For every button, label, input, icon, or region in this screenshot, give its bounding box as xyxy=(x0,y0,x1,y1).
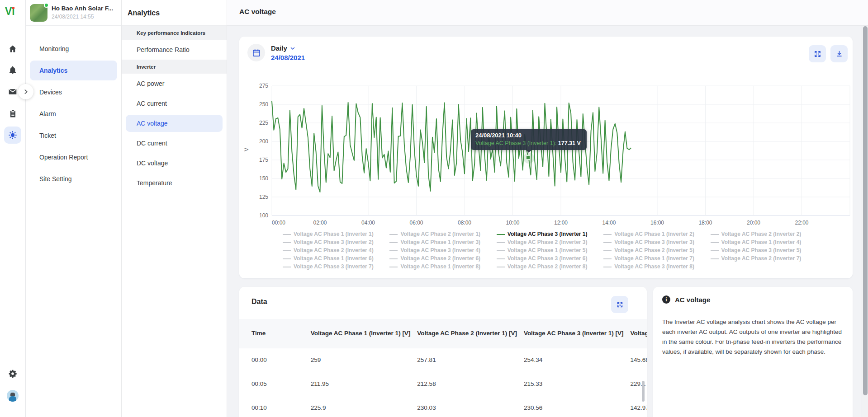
legend-label: Voltage AC Phase 3 (Inverter 1) xyxy=(508,231,588,238)
report-clipboard-icon[interactable] xyxy=(4,105,21,122)
legend-item-voltage-ac-phase-1-inverter-3[interactable]: Voltage AC Phase 1 (Inverter 3) xyxy=(389,239,495,246)
svg-text:100: 100 xyxy=(259,212,268,219)
legend-dash-icon xyxy=(283,242,291,243)
page-scrollbar[interactable] xyxy=(862,26,868,417)
legend-label: Voltage AC Phase 3 (Inverter 7) xyxy=(294,263,374,270)
cell-value: 254.34 xyxy=(524,348,631,372)
legend-item-voltage-ac-phase-3-inverter-2[interactable]: Voltage AC Phase 3 (Inverter 2) xyxy=(283,239,389,246)
analytics-item-ac-current[interactable]: AC current xyxy=(126,94,223,113)
legend-item-voltage-ac-phase-3-inverter-1[interactable]: Voltage AC Phase 3 (Inverter 1) xyxy=(497,231,602,238)
cell-value: 257.81 xyxy=(417,348,524,372)
sidebar-item-site-setting[interactable]: Site Setting xyxy=(30,168,117,190)
legend-label: Voltage AC Phase 3 (Inverter 3) xyxy=(614,239,694,246)
legend-item-voltage-ac-phase-1-inverter-8[interactable]: Voltage AC Phase 1 (Inverter 8) xyxy=(389,263,495,270)
home-icon[interactable] xyxy=(4,40,21,57)
data-table: TimeVoltage AC Phase 1 (Inverter 1) [V]V… xyxy=(239,319,647,417)
svg-text:125: 125 xyxy=(259,194,268,200)
data-card-title: Data xyxy=(251,298,267,306)
legend-label: Voltage AC Phase 2 (Inverter 3) xyxy=(508,239,588,246)
legend-dash-icon xyxy=(711,242,719,243)
legend-item-voltage-ac-phase-2-inverter-7[interactable]: Voltage AC Phase 2 (Inverter 7) xyxy=(711,255,816,262)
legend-item-voltage-ac-phase-2-inverter-6[interactable]: Voltage AC Phase 2 (Inverter 6) xyxy=(389,255,495,262)
cell-time: 00:05 xyxy=(239,372,311,396)
legend-item-voltage-ac-phase-2-inverter-1[interactable]: Voltage AC Phase 2 (Inverter 1) xyxy=(389,231,495,238)
icon-rail: Vı xyxy=(0,0,26,417)
table-row[interactable]: 00:10225.9230.03230.56142.97 xyxy=(239,396,647,417)
cell-value: 215.33 xyxy=(524,372,631,396)
site-name: Ho Bao Anh Solar F... xyxy=(52,5,113,12)
legend-label: Voltage AC Phase 3 (Inverter 8) xyxy=(614,263,694,270)
legend-item-voltage-ac-phase-2-inverter-8[interactable]: Voltage AC Phase 2 (Inverter 8) xyxy=(497,263,602,270)
legend-label: Voltage AC Phase 1 (Inverter 7) xyxy=(614,255,694,262)
analytics-item-dc-voltage[interactable]: DC voltage xyxy=(126,153,223,173)
settings-gear-icon[interactable] xyxy=(4,365,21,382)
analytics-item-temperature[interactable]: Temperature xyxy=(126,173,223,193)
column-header-voltage-ac-phase-1-inverter-2-v: Voltage AC Phase 1 (Inverter 2) [V] xyxy=(630,319,647,348)
main-area: AC voltage Daily 24/08/2021 275250225200… xyxy=(227,0,868,417)
legend-label: Voltage AC Phase 1 (Inverter 2) xyxy=(614,231,694,238)
sidebar-item-operation-report[interactable]: Operation Report xyxy=(30,146,117,168)
page-scrollbar-thumb[interactable] xyxy=(863,26,868,395)
data-table-wrap[interactable]: TimeVoltage AC Phase 1 (Inverter 1) [V]V… xyxy=(239,319,647,417)
analytics-item-ac-voltage[interactable]: AC voltage xyxy=(126,115,223,132)
solar-sun-icon[interactable] xyxy=(4,127,21,144)
table-row[interactable]: 00:05211.95212.58215.33229.1 xyxy=(239,372,647,396)
section-header-key-performance-indicators: Key performance Indicators xyxy=(122,26,227,40)
legend-dash-icon xyxy=(497,267,505,267)
legend-item-voltage-ac-phase-3-inverter-6[interactable]: Voltage AC Phase 3 (Inverter 6) xyxy=(497,255,602,262)
legend-item-voltage-ac-phase-1-inverter-1[interactable]: Voltage AC Phase 1 (Inverter 1) xyxy=(283,231,389,238)
legend-item-voltage-ac-phase-1-inverter-2[interactable]: Voltage AC Phase 1 (Inverter 2) xyxy=(603,231,709,238)
legend-dash-icon xyxy=(283,267,291,267)
legend-label: Voltage AC Phase 1 (Inverter 4) xyxy=(721,239,802,246)
tooltip-datetime: 24/08/2021 10:40 xyxy=(475,132,582,139)
sidebar-item-devices[interactable]: Devices xyxy=(30,81,117,103)
legend-dash-icon xyxy=(603,242,612,243)
analytics-sections: Key performance IndicatorsPerformance Ra… xyxy=(122,26,227,193)
legend-label: Voltage AC Phase 1 (Inverter 5) xyxy=(508,247,588,254)
sidebar-collapse-button[interactable] xyxy=(18,84,33,99)
legend-item-voltage-ac-phase-1-inverter-5[interactable]: Voltage AC Phase 1 (Inverter 5) xyxy=(497,247,602,254)
analytics-item-dc-current[interactable]: DC current xyxy=(126,133,223,153)
table-row[interactable]: 00:00259257.81254.34145.68 xyxy=(239,348,647,372)
legend-item-voltage-ac-phase-3-inverter-3[interactable]: Voltage AC Phase 3 (Inverter 3) xyxy=(603,239,709,246)
legend-item-voltage-ac-phase-2-inverter-4[interactable]: Voltage AC Phase 2 (Inverter 4) xyxy=(283,247,389,254)
sidebar-item-alarm[interactable]: Alarm xyxy=(30,103,117,125)
legend-dash-icon xyxy=(389,258,398,259)
legend-item-voltage-ac-phase-1-inverter-4[interactable]: Voltage AC Phase 1 (Inverter 4) xyxy=(711,239,816,246)
legend-label: Voltage AC Phase 2 (Inverter 6) xyxy=(400,255,480,262)
legend-item-voltage-ac-phase-1-inverter-7[interactable]: Voltage AC Phase 1 (Inverter 7) xyxy=(603,255,709,262)
user-avatar[interactable] xyxy=(7,390,19,402)
legend-label: Voltage AC Phase 3 (Inverter 6) xyxy=(508,255,588,262)
legend-item-voltage-ac-phase-3-inverter-7[interactable]: Voltage AC Phase 3 (Inverter 7) xyxy=(283,263,389,270)
legend-dash-icon xyxy=(603,234,612,235)
legend-dash-icon xyxy=(497,250,505,251)
cell-value: 212.58 xyxy=(417,372,524,396)
legend-dash-icon xyxy=(497,258,505,259)
data-table-scrollbar-thumb[interactable] xyxy=(642,381,645,402)
legend-item-voltage-ac-phase-2-inverter-3[interactable]: Voltage AC Phase 2 (Inverter 3) xyxy=(497,239,602,246)
sidebar-item-ticket[interactable]: Ticket xyxy=(30,125,117,146)
legend-dash-icon xyxy=(603,267,612,267)
legend-label: Voltage AC Phase 2 (Inverter 4) xyxy=(294,247,374,254)
legend-label: Voltage AC Phase 2 (Inverter 1) xyxy=(400,231,480,238)
legend-item-voltage-ac-phase-3-inverter-4[interactable]: Voltage AC Phase 3 (Inverter 4) xyxy=(389,247,495,254)
analytics-item-ac-power[interactable]: AC power xyxy=(126,74,223,94)
notifications-bell-icon[interactable] xyxy=(4,61,21,79)
legend-item-voltage-ac-phase-2-inverter-2[interactable]: Voltage AC Phase 2 (Inverter 2) xyxy=(711,231,816,238)
svg-text:08:00: 08:00 xyxy=(458,220,471,226)
legend-item-voltage-ac-phase-3-inverter-8[interactable]: Voltage AC Phase 3 (Inverter 8) xyxy=(603,263,709,270)
svg-text:20:00: 20:00 xyxy=(747,220,760,226)
site-header[interactable]: Ho Bao Anh Solar F... 24/08/2021 14:55 xyxy=(26,0,121,26)
analytics-item-performance-ratio[interactable]: Performance Ratio xyxy=(126,40,223,60)
legend-item-voltage-ac-phase-3-inverter-5[interactable]: Voltage AC Phase 3 (Inverter 5) xyxy=(711,247,816,254)
svg-text:06:00: 06:00 xyxy=(409,220,423,226)
legend-item-voltage-ac-phase-2-inverter-5[interactable]: Voltage AC Phase 2 (Inverter 5) xyxy=(603,247,709,254)
y-axis-label: V xyxy=(243,148,250,151)
column-header-voltage-ac-phase-2-inverter-1-v: Voltage AC Phase 2 (Inverter 1) [V] xyxy=(417,319,524,348)
sidebar-item-analytics[interactable]: Analytics xyxy=(30,61,117,80)
legend-item-voltage-ac-phase-1-inverter-6[interactable]: Voltage AC Phase 1 (Inverter 6) xyxy=(283,255,389,262)
data-fullscreen-button[interactable] xyxy=(611,296,628,313)
sidebar-item-monitoring[interactable]: Monitoring xyxy=(30,38,117,60)
site-thumbnail xyxy=(30,4,47,22)
legend-label: Voltage AC Phase 1 (Inverter 1) xyxy=(294,231,374,238)
